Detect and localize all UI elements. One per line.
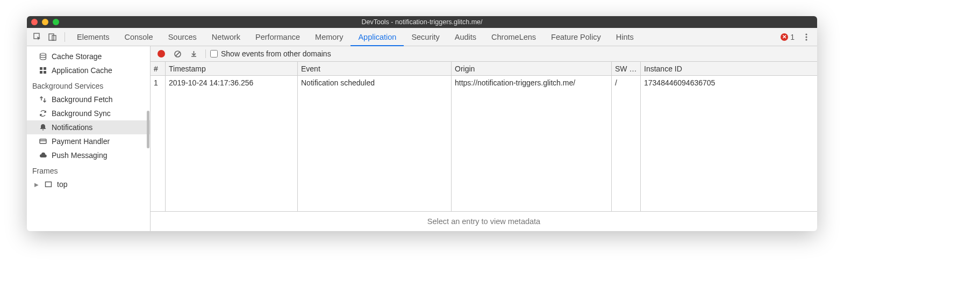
sidebar-item-push-messaging[interactable]: Push Messaging: [27, 148, 150, 162]
svg-rect-10: [44, 71, 46, 74]
cloud-icon: [39, 151, 47, 160]
separator: [65, 32, 65, 42]
checkbox-input[interactable]: [210, 50, 218, 57]
tab-network[interactable]: Network: [204, 28, 248, 46]
close-window-button[interactable]: [31, 19, 38, 25]
sidebar-item-application-cache[interactable]: Application Cache: [27, 63, 150, 77]
sidebar-item-frame-top[interactable]: ▶ top: [27, 177, 150, 191]
tab-performance[interactable]: Performance: [248, 28, 307, 46]
col-header-num[interactable]: #: [151, 62, 166, 75]
tab-audits[interactable]: Audits: [447, 28, 484, 46]
maximize-window-button[interactable]: [53, 19, 59, 25]
download-button[interactable]: [186, 47, 201, 60]
col-header-instance-id[interactable]: Instance ID: [641, 62, 817, 75]
error-count: 1: [790, 33, 795, 41]
col-header-sw-scope[interactable]: SW …: [612, 62, 641, 75]
cell-num: 1: [151, 76, 166, 211]
tab-memory[interactable]: Memory: [307, 28, 350, 46]
tab-console[interactable]: Console: [117, 28, 160, 46]
more-menu-icon[interactable]: [799, 33, 814, 41]
metadata-hint: Select an entry to view metadata: [151, 212, 817, 231]
error-icon: ✕: [781, 33, 788, 41]
svg-point-4: [805, 36, 807, 38]
tab-application[interactable]: Application: [350, 28, 404, 46]
svg-point-3: [805, 33, 807, 35]
bell-icon: [39, 123, 47, 132]
sidebar-item-label: Background Sync: [52, 109, 111, 118]
sidebar-item-background-sync[interactable]: Background Sync: [27, 106, 150, 120]
svg-point-5: [805, 39, 807, 40]
database-icon: [39, 52, 47, 61]
svg-rect-11: [40, 139, 46, 143]
error-count-badge[interactable]: ✕ 1: [781, 33, 795, 41]
sidebar-item-label: Application Cache: [52, 66, 112, 75]
show-other-domains-checkbox[interactable]: Show events from other domains: [210, 49, 331, 58]
events-toolbar: Show events from other domains: [151, 46, 817, 62]
device-toolbar-icon[interactable]: [45, 30, 60, 45]
sidebar-item-label: Cache Storage: [52, 52, 102, 61]
main-panel: Show events from other domains # Timesta…: [151, 46, 817, 231]
window-title: DevTools - notification-triggers.glitch.…: [27, 18, 817, 26]
sidebar-scrollbar[interactable]: [147, 111, 149, 148]
svg-point-6: [40, 53, 46, 55]
tab-security[interactable]: Security: [404, 28, 447, 46]
application-sidebar: Cache Storage Application Cache Backgrou…: [27, 46, 151, 231]
sidebar-item-payment-handler[interactable]: Payment Handler: [27, 134, 150, 148]
titlebar: DevTools - notification-triggers.glitch.…: [27, 16, 817, 28]
cell-origin: https://notification-triggers.glitch.me/: [452, 76, 612, 211]
table-header-row: # Timestamp Event Origin SW … Instance I…: [151, 62, 817, 76]
panel-tabbar: Elements Console Sources Network Perform…: [27, 28, 817, 46]
minimize-window-button[interactable]: [42, 19, 48, 25]
sidebar-section-background-services: Background Services: [27, 77, 150, 92]
credit-card-icon: [39, 137, 47, 146]
sidebar-section-frames: Frames: [27, 162, 150, 177]
inspect-element-icon[interactable]: [30, 30, 45, 45]
devtools-window: DevTools - notification-triggers.glitch.…: [27, 16, 817, 231]
disclosure-triangle-icon[interactable]: ▶: [34, 182, 39, 188]
tab-feature-policy[interactable]: Feature Policy: [543, 28, 609, 46]
svg-rect-12: [46, 182, 52, 187]
clear-button[interactable]: [170, 47, 185, 60]
separator: [205, 49, 206, 58]
tab-hints[interactable]: Hints: [609, 28, 641, 46]
col-header-timestamp[interactable]: Timestamp: [166, 62, 298, 75]
sidebar-item-label: Push Messaging: [52, 151, 108, 160]
svg-rect-7: [40, 67, 42, 70]
sidebar-item-label: Background Fetch: [52, 95, 113, 104]
tab-elements[interactable]: Elements: [69, 28, 117, 46]
svg-rect-9: [40, 71, 42, 74]
sidebar-item-label: top: [57, 180, 67, 189]
cell-instance-id: 17348446094636705: [641, 76, 817, 211]
events-table: # Timestamp Event Origin SW … Instance I…: [151, 62, 817, 231]
col-header-event[interactable]: Event: [298, 62, 452, 75]
frame-icon: [44, 180, 53, 189]
col-header-origin[interactable]: Origin: [452, 62, 612, 75]
sidebar-item-background-fetch[interactable]: Background Fetch: [27, 92, 150, 106]
sidebar-item-notifications[interactable]: Notifications: [27, 120, 150, 134]
window-controls: [31, 19, 59, 25]
checkbox-label: Show events from other domains: [221, 49, 331, 58]
cell-event: Notification scheduled: [298, 76, 452, 211]
grid-icon: [39, 66, 47, 75]
record-icon: [158, 50, 165, 57]
sync-icon: [39, 109, 47, 118]
svg-rect-1: [49, 34, 54, 40]
panel-body: Cache Storage Application Cache Backgrou…: [27, 46, 817, 231]
transfer-icon: [39, 95, 47, 104]
tab-chromelens[interactable]: ChromeLens: [484, 28, 543, 46]
cell-sw-scope: /: [612, 76, 641, 211]
tab-sources[interactable]: Sources: [161, 28, 204, 46]
sidebar-item-label: Payment Handler: [52, 137, 110, 146]
cell-timestamp: 2019-10-24 14:17:36.256: [166, 76, 298, 211]
sidebar-item-label: Notifications: [52, 123, 92, 132]
sidebar-item-cache-storage[interactable]: Cache Storage: [27, 49, 150, 63]
table-row[interactable]: 1 2019-10-24 14:17:36.256 Notification s…: [151, 76, 817, 212]
svg-rect-8: [44, 67, 46, 70]
record-button[interactable]: [154, 47, 169, 60]
